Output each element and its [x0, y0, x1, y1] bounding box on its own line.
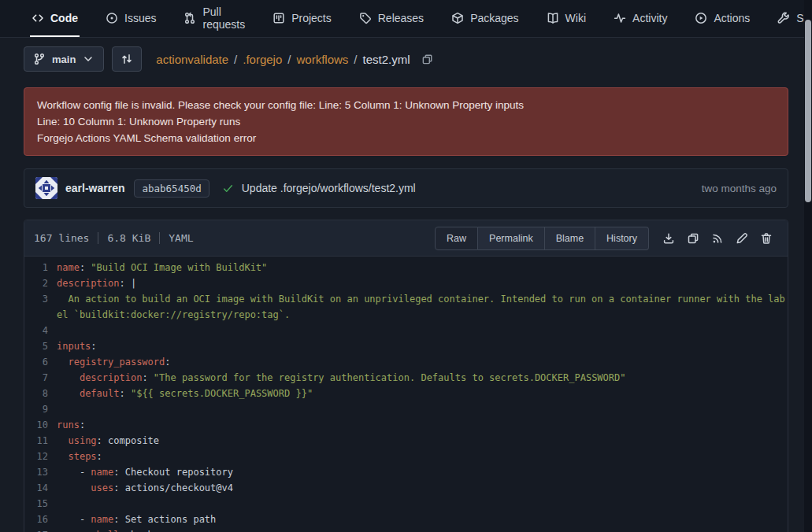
- line-number[interactable]: 17: [24, 527, 48, 532]
- code-line: 3 An action to build an OCI image with B…: [24, 291, 788, 323]
- scrollbar-track[interactable]: [804, 0, 812, 532]
- nav-tab-packages[interactable]: Packages: [450, 0, 520, 37]
- error-line: Workflow config file is invalid. Please …: [37, 97, 775, 113]
- line-content: - name: Checkout repository: [57, 464, 788, 480]
- line-number[interactable]: 2: [24, 275, 48, 291]
- edit-button[interactable]: [730, 227, 754, 250]
- breadcrumb-link-workflows[interactable]: workflows: [296, 53, 348, 66]
- blame-button[interactable]: Blame: [545, 227, 595, 250]
- line-content: runs:: [57, 417, 788, 433]
- rss-button[interactable]: [706, 227, 729, 250]
- delete-button[interactable]: [755, 227, 778, 250]
- avatar[interactable]: [35, 177, 57, 199]
- nav-tab-label: Code: [50, 12, 78, 24]
- commit-bar: earl-warren abab65450d Update .forgejo/w…: [24, 168, 788, 208]
- code-line: 9: [24, 401, 788, 417]
- file-stats: 167 lines 6.8 KiB YAML: [34, 232, 194, 244]
- code-line: 16 - name: Set actions path: [24, 512, 788, 527]
- breadcrumb-current-file: test2.yml: [363, 53, 410, 66]
- line-number[interactable]: 12: [24, 449, 48, 464]
- file-view: 167 lines 6.8 KiB YAML RawPermalinkBlame…: [24, 220, 788, 532]
- divider: [98, 232, 98, 244]
- nav-tab-label: Releases: [378, 12, 424, 24]
- pull-request-icon: [184, 12, 196, 24]
- line-content: steps:: [57, 449, 788, 464]
- breadcrumb-link-actionvalidate[interactable]: actionvalidate: [156, 53, 228, 66]
- code-line: 15: [24, 496, 788, 512]
- nav-tab-label: Actions: [714, 12, 750, 24]
- line-content: shell: bash: [57, 527, 788, 532]
- line-content: description: "The password for the regis…: [57, 370, 788, 386]
- line-number[interactable]: 15: [24, 496, 48, 512]
- file-size: 6.8 KiB: [107, 232, 150, 244]
- breadcrumb-separator: /: [287, 53, 291, 66]
- nav-tab-activity[interactable]: Activity: [612, 0, 669, 37]
- copy-path-icon[interactable]: [421, 54, 433, 65]
- breadcrumb: actionvalidate/.forgejo/workflows/test2.…: [156, 53, 410, 66]
- copy-button[interactable]: [681, 227, 705, 250]
- play-circle-icon: [695, 12, 707, 24]
- line-number[interactable]: 7: [24, 370, 48, 386]
- line-content: inputs:: [57, 338, 788, 354]
- code-line: 4: [24, 323, 788, 338]
- commit-message[interactable]: Update .forgejo/workflows/test2.yml: [242, 182, 416, 194]
- line-content: uses: actions/checkout@v4: [57, 480, 788, 496]
- line-number[interactable]: 1: [24, 260, 48, 275]
- download-button[interactable]: [657, 227, 680, 250]
- tag-icon: [359, 12, 372, 24]
- commit-hash-badge[interactable]: abab65450d: [134, 179, 209, 198]
- line-number[interactable]: 14: [24, 480, 48, 496]
- nav-tab-releases[interactable]: Releases: [358, 0, 425, 37]
- permalink-button[interactable]: Permalink: [478, 227, 545, 250]
- line-content: description: |: [57, 275, 788, 291]
- code-line: 14 uses: actions/checkout@v4: [24, 480, 788, 496]
- line-number[interactable]: 11: [24, 433, 48, 449]
- nav-tab-pull-requests[interactable]: Pull requests: [182, 0, 247, 37]
- scrollbar-thumb[interactable]: [805, 20, 811, 202]
- line-content: - name: Set actions path: [57, 512, 788, 527]
- package-icon: [451, 12, 464, 24]
- nav-tab-actions[interactable]: Actions: [693, 0, 751, 37]
- edit-icon: [736, 232, 748, 245]
- code-line: 12 steps:: [24, 449, 788, 464]
- line-number[interactable]: 10: [24, 417, 48, 433]
- line-number[interactable]: 5: [24, 338, 48, 354]
- line-number[interactable]: 9: [24, 401, 48, 417]
- breadcrumb-separator: /: [234, 53, 237, 66]
- line-number[interactable]: 4: [24, 323, 48, 338]
- line-content: using: composite: [57, 433, 788, 449]
- raw-button[interactable]: Raw: [435, 227, 478, 250]
- breadcrumb-link-forgejo[interactable]: .forgejo: [243, 53, 282, 66]
- nav-tab-code[interactable]: Code: [30, 0, 80, 37]
- nav-tab-wiki[interactable]: Wiki: [545, 0, 588, 37]
- nav-tab-projects[interactable]: Projects: [271, 0, 333, 37]
- file-icon-buttons: [649, 227, 778, 250]
- check-icon[interactable]: [222, 183, 234, 194]
- nav-tab-issues[interactable]: Issues: [104, 0, 158, 37]
- line-content: name: "Build OCI Image with BuildKit": [57, 260, 788, 275]
- line-number[interactable]: 16: [24, 512, 48, 527]
- code-line: 7 description: "The password for the reg…: [24, 370, 788, 386]
- nav-tab-label: Issues: [124, 12, 156, 24]
- line-content: default: "${{ secrets.DOCKER_PASSWORD }}…: [57, 386, 788, 401]
- compare-button[interactable]: [112, 46, 142, 72]
- code-line: 13 - name: Checkout repository: [24, 464, 788, 480]
- chevron-down-icon: [82, 53, 95, 65]
- nav-tab-label: Activity: [632, 12, 667, 24]
- line-number[interactable]: 8: [24, 386, 48, 401]
- history-button[interactable]: History: [595, 227, 649, 250]
- copy-icon: [687, 232, 699, 245]
- line-number[interactable]: 3: [24, 291, 48, 323]
- branch-selector[interactable]: main: [24, 46, 104, 72]
- commit-author[interactable]: earl-warren: [65, 182, 124, 194]
- line-number[interactable]: 6: [24, 354, 48, 370]
- line-number[interactable]: 13: [24, 464, 48, 480]
- code-line: 11 using: composite: [24, 433, 788, 449]
- view-mode-buttons: RawPermalinkBlameHistory: [435, 227, 649, 250]
- code-line: 10runs:: [24, 417, 788, 433]
- divider: [159, 232, 160, 244]
- code-line: 1name: "Build OCI Image with BuildKit": [24, 260, 788, 275]
- project-icon: [273, 12, 285, 24]
- nav-tab-label: Wiki: [565, 12, 586, 24]
- line-content: An action to build an OCI image with Bui…: [57, 291, 788, 323]
